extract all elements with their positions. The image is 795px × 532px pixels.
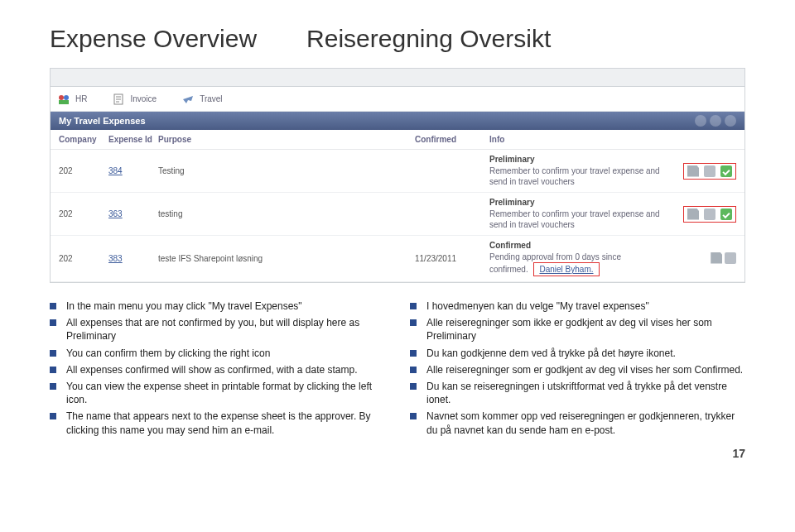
printer-icon[interactable] [725,252,736,264]
info-msg: Remember to confirm your travel expense … [489,165,662,187]
cell-info: Preliminary Remember to confirm your tra… [489,155,662,187]
title-en: Expense Overview [50,25,257,53]
list-item: You can confirm them by clicking the rig… [50,347,385,360]
refresh-icon[interactable] [695,115,706,127]
cell-purpose: Testing [158,166,415,175]
cell-id[interactable]: 383 [108,254,158,263]
list-item: Alle reiseregninger som ikke er godkjent… [410,316,745,343]
header-info: Info [489,135,662,144]
list-item: Du kan godkjenne dem ved å trykke på det… [410,347,745,360]
list-item: I hovedmenyen kan du velge "My travel ex… [410,300,745,313]
confirm-icon[interactable] [720,208,732,220]
panel-titlebar: My Travel Expenses [51,112,744,130]
list-item: Navnet som kommer opp ved reiseregningen… [410,410,745,436]
cell-actions [662,163,736,180]
header-company: Company [59,135,108,144]
header-purpose: Purpose [158,135,415,144]
header-actions [662,135,736,144]
approver-link[interactable]: Daniel Byham. [533,262,599,276]
header-id: Expense Id [108,135,158,144]
cell-id[interactable]: 384 [108,166,158,175]
table-row: 202 363 testing Preliminary Remember to … [51,193,744,236]
toolbar-item-invoice[interactable]: Invoice [112,93,157,106]
cell-purpose: teste IFS Sharepoint løsning [158,254,415,263]
printer-icon[interactable] [704,208,716,220]
list-item: All expenses confirmed will show as conf… [50,363,385,376]
title-no: Reiseregning Oversikt [306,25,551,53]
toolbar-label-hr: HR [75,94,87,103]
travel-icon [181,93,195,106]
print-icon[interactable] [711,252,722,264]
table-row: 202 383 teste IFS Sharepoint løsning 11/… [51,236,744,282]
confirm-icon[interactable] [720,165,732,177]
info-msg: Remember to confirm your travel expense … [489,208,662,230]
appbar [51,69,744,87]
svg-point-0 [59,95,64,100]
list-item: Du kan se reiseregningen i utskriftforma… [410,380,745,406]
toolbar-label-invoice: Invoice [130,94,157,103]
panel-title-icons [695,115,736,127]
info-status: Preliminary [489,198,662,207]
bullets-en: In the main menu you may click "My trave… [50,300,385,440]
cell-id[interactable]: 363 [108,209,158,218]
help-icon[interactable] [710,115,721,127]
toolbar-item-hr[interactable]: HR [57,93,87,106]
info-status: Preliminary [489,155,662,164]
hr-icon [57,93,70,106]
panel-title: My Travel Expenses [59,116,146,126]
description-columns: In the main menu you may click "My trave… [50,300,745,440]
info-status: Confirmed [489,241,662,250]
toolbar-item-travel[interactable]: Travel [181,93,222,106]
app-screenshot: HR Invoice Travel My Travel Expenses Com… [50,68,745,283]
toolbar-label-travel: Travel [200,94,222,103]
table-header: Company Expense Id Purpose Confirmed Inf… [51,130,744,150]
svg-rect-2 [59,100,69,104]
cell-info: Confirmed Pending approval from 0 days s… [489,241,662,276]
list-item: In the main menu you may click "My trave… [50,300,385,313]
print-icon[interactable] [687,165,699,177]
list-item: You can view the expense sheet in printa… [50,380,385,406]
collapse-icon[interactable] [725,115,736,127]
print-icon[interactable] [687,208,699,220]
header-confirmed: Confirmed [415,135,489,144]
bullets-no: I hovedmenyen kan du velge "My travel ex… [410,300,745,440]
page-number: 17 [50,447,745,460]
cell-info: Preliminary Remember to confirm your tra… [489,198,662,230]
printer-icon[interactable] [704,165,716,177]
cell-confirmed: 11/23/2011 [415,254,489,263]
cell-actions [662,252,736,266]
cell-company: 202 [59,254,108,263]
cell-actions [662,206,736,223]
info-msg: Pending approval from 0 days since confi… [489,252,662,276]
toolbar: HR Invoice Travel [51,87,744,112]
page-titles: Expense Overview Reiseregning Oversikt [50,25,745,53]
cell-company: 202 [59,166,108,175]
cell-purpose: testing [158,209,415,218]
row-actions [683,163,736,180]
list-item: The name that appears next to the expens… [50,410,385,436]
row-actions [683,206,736,223]
table-row: 202 384 Testing Preliminary Remember to … [51,150,744,193]
list-item: Alle reiseregninger som er godkjent av d… [410,363,745,376]
svg-point-1 [64,95,69,100]
cell-company: 202 [59,209,108,218]
list-item: All expenses that are not confirmed by y… [50,316,385,343]
invoice-icon [112,93,125,106]
